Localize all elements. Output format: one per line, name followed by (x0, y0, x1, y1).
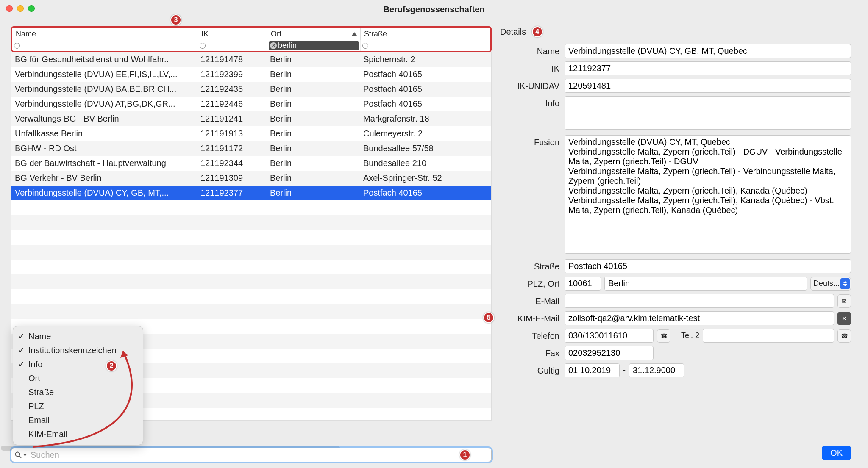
input-gueltig-bis[interactable] (629, 363, 684, 377)
cell-name: Verbindungsstelle (DVUA) AT,BG,DK,GR... (11, 99, 197, 109)
left-pane: Name IK Ort Straße ✕ berlin (0, 19, 496, 468)
label-fax: Fax (496, 346, 559, 358)
zoom-window-button[interactable] (28, 5, 35, 12)
table-row[interactable]: BG für Gesundheitsdienst und Wohlfahr...… (11, 52, 491, 67)
label-plzort: PLZ, Ort (496, 277, 559, 289)
annotation-5: 5 (483, 312, 494, 323)
filter-ik-radio[interactable] (200, 43, 206, 49)
filter-ik-cell[interactable] (198, 40, 267, 51)
select-land-value: Deuts... (813, 279, 840, 288)
search-fields-popup: NameInstitutionskennzeichenInfoOrtStraße… (13, 326, 143, 445)
popup-item[interactable]: KIM-Email (13, 427, 143, 441)
popup-item[interactable]: Name (13, 330, 143, 343)
cell-ik: 121191241 (197, 114, 267, 124)
filter-strasse-cell[interactable] (361, 40, 490, 51)
cell-name: Verbindungsstelle (DVUA) EE,FI,IS,IL,LV,… (11, 69, 197, 79)
input-kimemail[interactable] (565, 311, 834, 325)
telefon-action-button[interactable]: ☎ (657, 329, 670, 343)
filter-strasse-radio[interactable] (362, 43, 368, 49)
cell-ort: Berlin (267, 114, 360, 124)
svg-line-1 (19, 456, 22, 458)
popup-item[interactable]: Email (13, 413, 143, 427)
search-input[interactable] (30, 450, 488, 460)
table-row[interactable]: Verwaltungs-BG - BV Berlin121191241Berli… (11, 111, 491, 126)
search-icon[interactable] (15, 451, 27, 458)
cell-strasse: Bundesallee 210 (360, 158, 491, 168)
close-window-button[interactable] (6, 5, 13, 12)
cell-name: Verbindungsstelle (DVUA) BA,BE,BR,CH... (11, 84, 197, 94)
popup-item[interactable]: Straße (13, 385, 143, 399)
popup-item[interactable]: Institutionskennzeichen (13, 343, 143, 357)
popup-item[interactable]: Ort (13, 371, 143, 385)
input-ik[interactable] (565, 61, 851, 75)
input-plz[interactable] (565, 277, 601, 291)
col-header-name[interactable]: Name (12, 28, 198, 40)
table-row[interactable]: BGHW - RD Ost121191172BerlinBundesallee … (11, 141, 491, 156)
input-fax[interactable] (565, 346, 654, 360)
cell-ik: 121191309 (197, 173, 267, 183)
cell-ik: 121192435 (197, 84, 267, 94)
label-strasse: Straße (496, 259, 559, 271)
col-header-strasse[interactable]: Straße (361, 28, 490, 40)
input-ort[interactable] (604, 277, 807, 291)
input-ik-unidav[interactable] (565, 79, 851, 93)
phone-icon: ☎ (841, 332, 848, 339)
cell-ik: 121191172 (197, 144, 267, 153)
tel2-action-button[interactable]: ☎ (837, 329, 851, 343)
phone-icon: ☎ (660, 332, 668, 339)
cell-ort: Berlin (267, 99, 360, 109)
input-gueltig-von[interactable] (565, 363, 620, 377)
table-row[interactable]: Verbindungsstelle (DVUA) AT,BG,DK,GR...1… (11, 97, 491, 111)
table-row[interactable]: Verbindungsstelle (DVUA) CY, GB, MT,...1… (11, 186, 491, 200)
table-row[interactable]: BG der Bauwirtschaft - Hauptverwaltung12… (11, 156, 491, 171)
table-row[interactable]: Verbindungsstelle (DVUA) BA,BE,BR,CH...1… (11, 82, 491, 97)
popup-item[interactable]: PLZ (13, 399, 143, 413)
kimemail-clear-button[interactable]: ✕ (837, 312, 851, 325)
minimize-window-button[interactable] (17, 5, 24, 12)
envelope-icon: ✉ (842, 298, 847, 305)
input-fusion[interactable]: Verbindungsstelle (DVUA) CY, MT, Quebec … (565, 135, 851, 254)
clear-filter-icon[interactable]: ✕ (270, 42, 277, 49)
annotation-3: 3 (170, 14, 181, 25)
cell-strasse: Postfach 40165 (360, 99, 491, 109)
annotation-4: 4 (532, 26, 543, 37)
input-name[interactable] (565, 44, 851, 58)
cell-name: Verwaltungs-BG - BV Berlin (11, 114, 197, 124)
select-land[interactable]: Deuts... (810, 277, 851, 291)
cell-strasse: Axel-Springer-Str. 52 (360, 173, 491, 183)
cell-name: Unfallkasse Berlin (11, 129, 197, 138)
window-controls (6, 5, 35, 12)
col-header-ort[interactable]: Ort (267, 28, 361, 40)
email-action-button[interactable]: ✉ (837, 294, 851, 308)
input-info[interactable] (565, 96, 851, 130)
cell-strasse: Culemeyerstr. 2 (360, 129, 491, 138)
popup-item[interactable]: Info (13, 357, 143, 371)
svg-point-0 (16, 452, 20, 457)
details-heading-text: Details (500, 27, 526, 36)
cell-name: BG Verkehr - BV Berlin (11, 173, 197, 183)
filter-ort-input[interactable]: ✕ berlin (269, 41, 359, 50)
table-row[interactable]: Verbindungsstelle (DVUA) EE,FI,IS,IL,LV,… (11, 67, 491, 82)
content-area: Name IK Ort Straße ✕ berlin (0, 19, 868, 468)
annotation-1: 1 (459, 449, 470, 460)
filter-name-radio[interactable] (14, 43, 20, 49)
details-form: Name IK IK-UNIDAV Info Fusion Verbindung… (496, 44, 851, 377)
filter-name-cell[interactable] (12, 40, 198, 51)
input-strasse[interactable] (565, 259, 851, 273)
cell-ik: 121192377 (197, 188, 267, 198)
table-row[interactable]: Unfallkasse Berlin121191913BerlinCulemey… (11, 126, 491, 141)
search-bar[interactable] (11, 448, 492, 462)
input-email[interactable] (565, 294, 834, 308)
label-fusion: Fusion (496, 135, 559, 147)
ok-button[interactable]: OK (822, 446, 851, 460)
input-tel2[interactable] (703, 329, 834, 343)
filter-ort-cell[interactable]: ✕ berlin (267, 40, 361, 51)
input-telefon[interactable] (565, 329, 654, 343)
cell-ik: 121192399 (197, 69, 267, 79)
table-row[interactable]: BG Verkehr - BV Berlin121191309BerlinAxe… (11, 171, 491, 186)
window: Berufsgenossenschaften Name IK Ort Straß… (0, 0, 868, 468)
cell-ik: 121192344 (197, 158, 267, 168)
col-header-ik[interactable]: IK (198, 28, 267, 40)
cell-ik: 121191913 (197, 129, 267, 138)
label-tel2: Tel. 2 (674, 331, 699, 340)
